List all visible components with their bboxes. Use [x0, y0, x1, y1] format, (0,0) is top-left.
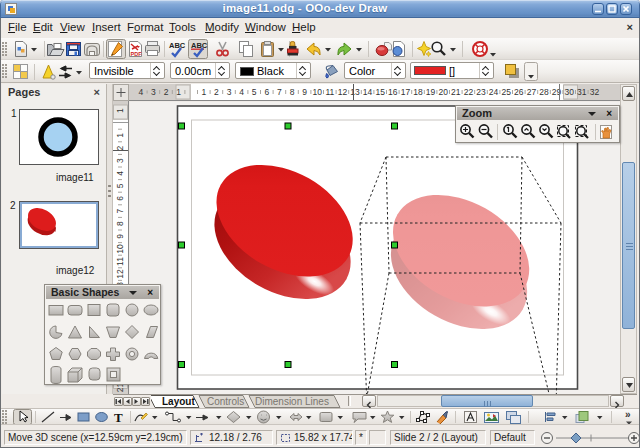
- svg-text:6: 6: [115, 196, 125, 201]
- svg-text:11: 11: [325, 87, 334, 97]
- svg-text:1: 1: [176, 87, 181, 97]
- svg-text:12: 12: [338, 87, 348, 97]
- svg-text:24: 24: [489, 87, 499, 97]
- svg-text:18: 18: [413, 87, 423, 97]
- svg-text:4: 4: [239, 87, 244, 97]
- svg-text:6: 6: [264, 87, 269, 97]
- svg-text:1: 1: [115, 108, 125, 113]
- svg-text:8: 8: [115, 221, 125, 226]
- svg-text:15: 15: [375, 87, 385, 97]
- svg-text:30: 30: [564, 87, 574, 97]
- svg-text:2: 2: [115, 145, 125, 150]
- svg-text:3: 3: [115, 158, 125, 163]
- svg-text:19: 19: [426, 87, 436, 97]
- svg-text:22: 22: [464, 87, 474, 97]
- svg-text:3: 3: [151, 87, 156, 97]
- svg-text:ABC: ABC: [169, 41, 186, 50]
- svg-text:4: 4: [138, 87, 143, 97]
- svg-text:25: 25: [501, 87, 511, 97]
- svg-text:11: 11: [115, 257, 125, 266]
- svg-text:9: 9: [302, 87, 307, 97]
- svg-text:29: 29: [552, 87, 562, 97]
- svg-text:1: 1: [115, 133, 125, 138]
- svg-text:26: 26: [514, 87, 524, 97]
- svg-text:»: »: [625, 409, 631, 420]
- svg-text:5: 5: [252, 87, 257, 97]
- svg-text:PDF: PDF: [131, 51, 143, 57]
- svg-text:32: 32: [590, 87, 600, 97]
- svg-text:27: 27: [527, 87, 537, 97]
- svg-text:7: 7: [115, 208, 125, 213]
- svg-text:10: 10: [115, 244, 125, 254]
- svg-text:9: 9: [115, 234, 125, 239]
- svg-text:28: 28: [539, 87, 549, 97]
- svg-text:31: 31: [577, 87, 587, 97]
- svg-text:20: 20: [438, 87, 448, 97]
- svg-text:2: 2: [164, 87, 169, 97]
- svg-text:Controls: Controls: [207, 396, 244, 407]
- svg-text:3: 3: [227, 87, 232, 97]
- svg-text:Layout: Layout: [162, 396, 195, 407]
- svg-text:21: 21: [451, 87, 461, 97]
- svg-text:12: 12: [115, 269, 125, 279]
- svg-text:10: 10: [312, 87, 322, 97]
- svg-text:Dimension Lines: Dimension Lines: [255, 396, 329, 407]
- svg-text:17: 17: [401, 87, 411, 97]
- svg-text:14: 14: [363, 87, 373, 97]
- svg-text:7: 7: [277, 87, 282, 97]
- svg-text:2: 2: [214, 87, 219, 97]
- svg-text:5: 5: [115, 183, 125, 188]
- svg-text:23: 23: [476, 87, 486, 97]
- svg-text:16: 16: [388, 87, 398, 97]
- svg-text:13: 13: [350, 87, 360, 97]
- svg-text:4: 4: [115, 171, 125, 176]
- svg-text:T: T: [114, 410, 123, 425]
- svg-text:1: 1: [201, 87, 206, 97]
- svg-text:8: 8: [290, 87, 295, 97]
